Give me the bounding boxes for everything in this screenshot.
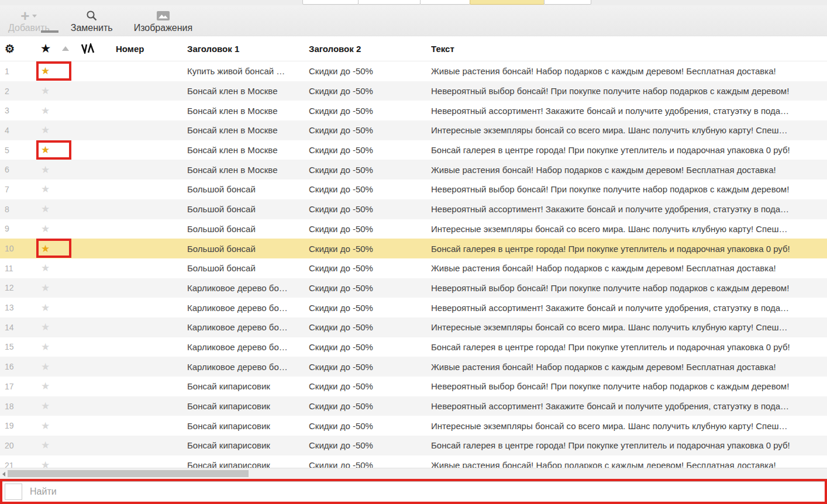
- table-row[interactable]: 1 ★ Купить живой бонсай … Скидки до -50%…: [0, 61, 827, 81]
- cell-headline2: Скидки до -50%: [309, 244, 431, 254]
- cell-text: Невероятный выбор бонсай! При покупке по…: [431, 184, 827, 194]
- tab-1[interactable]: [302, 0, 359, 5]
- table-row[interactable]: 5 ★ Бонсай клен в Москве Скидки до -50% …: [0, 140, 827, 160]
- column-header-text[interactable]: Текст: [431, 44, 827, 54]
- table-row[interactable]: 9 ★ Большой бонсай Скидки до -50% Интере…: [0, 219, 827, 239]
- search-input[interactable]: [22, 482, 825, 502]
- star-icon[interactable]: ★: [36, 440, 50, 450]
- star-cell: ★: [36, 61, 71, 81]
- status-column-icon: [81, 43, 95, 54]
- star-icon[interactable]: ★: [36, 303, 50, 313]
- star-icon[interactable]: ★: [36, 184, 50, 194]
- cell-headline1: Бонсай кипарисовик: [187, 401, 309, 411]
- cell-text: Бонсай галерея в центре города! При поку…: [431, 145, 827, 155]
- images-button[interactable]: Изображения: [134, 9, 193, 36]
- star-icon[interactable]: ★: [36, 244, 50, 254]
- cell-text: Бонсай галерея в центре города! При поку…: [431, 342, 827, 352]
- column-header-headline1[interactable]: Заголовок 1: [187, 44, 309, 54]
- cell-text: Невероятный выбор бонсай! При покупке по…: [431, 283, 827, 293]
- star-icon[interactable]: ★: [36, 204, 50, 214]
- table-row[interactable]: 6 ★ Бонсай клен в Москве Скидки до -50% …: [0, 160, 827, 179]
- cell-headline1: Большой бонсай: [187, 224, 309, 234]
- table-row[interactable]: 14 ★ Карликовое дерево бо… Скидки до -50…: [0, 317, 827, 337]
- star-icon[interactable]: ★: [36, 460, 50, 468]
- star-cell: ★: [36, 239, 71, 258]
- cell-text: Невероятный выбор бонсай! При покупке по…: [431, 381, 827, 391]
- table-row[interactable]: 15 ★ Карликовое дерево бо… Скидки до -50…: [0, 337, 827, 357]
- scroll-left-arrow-icon[interactable]: [2, 472, 5, 477]
- table-row[interactable]: 3 ★ Бонсай клен в Москве Скидки до -50% …: [0, 101, 827, 120]
- star-icon[interactable]: ★: [36, 106, 50, 116]
- gear-icon[interactable]: ⚙: [5, 43, 15, 55]
- cell-headline1: Большой бонсай: [187, 204, 309, 214]
- star-cell: ★: [36, 357, 71, 377]
- row-number: 4: [0, 126, 36, 135]
- table-row[interactable]: 19 ★ Бонсай кипарисовик Скидки до -50% И…: [0, 416, 827, 436]
- sort-direction-up-icon[interactable]: [62, 46, 69, 51]
- table-row[interactable]: 11 ★ Большой бонсай Скидки до -50% Живые…: [0, 258, 827, 278]
- row-number: 18: [0, 402, 36, 411]
- star-cell: ★: [36, 101, 71, 120]
- star-icon[interactable]: ★: [36, 381, 50, 391]
- search-scope-box[interactable]: [5, 484, 22, 500]
- star-icon[interactable]: ★: [36, 421, 50, 431]
- star-icon[interactable]: ★: [36, 224, 50, 234]
- tab-5[interactable]: [544, 0, 591, 5]
- star-icon[interactable]: ★: [36, 86, 50, 96]
- row-number: 13: [0, 303, 36, 312]
- cell-text: Живые растения бонсай! Набор подарков с …: [431, 263, 827, 273]
- cell-headline2: Скидки до -50%: [309, 362, 431, 372]
- star-icon[interactable]: ★: [36, 362, 50, 372]
- star-cell: ★: [36, 160, 71, 179]
- table-row[interactable]: 16 ★ Карликовое дерево бо… Скидки до -50…: [0, 357, 827, 377]
- table-row[interactable]: 18 ★ Бонсай кипарисовик Скидки до -50% Н…: [0, 396, 827, 416]
- scrollbar-thumb[interactable]: [8, 470, 249, 477]
- tab-3[interactable]: [420, 0, 470, 5]
- cell-headline1: Карликовое дерево бо…: [187, 362, 309, 372]
- replace-button[interactable]: Заменить: [71, 9, 113, 36]
- horizontal-scrollbar[interactable]: [0, 468, 827, 479]
- row-number: 19: [0, 421, 36, 430]
- star-icon[interactable]: ★: [36, 66, 50, 76]
- cell-headline2: Скидки до -50%: [309, 263, 431, 273]
- table-row[interactable]: 20 ★ Бонсай кипарисовик Скидки до -50% Б…: [0, 436, 827, 455]
- cell-headline1: Карликовое дерево бо…: [187, 303, 309, 313]
- star-icon[interactable]: ★: [36, 342, 50, 352]
- cell-headline1: Карликовое дерево бо…: [187, 342, 309, 352]
- table-row[interactable]: 7 ★ Большой бонсай Скидки до -50% Неверо…: [0, 179, 827, 199]
- table-row[interactable]: 4 ★ Бонсай клен в Москве Скидки до -50% …: [0, 120, 827, 140]
- star-cell: ★: [36, 298, 71, 317]
- cell-headline2: Скидки до -50%: [309, 224, 431, 234]
- tab-2[interactable]: [358, 0, 421, 5]
- star-icon[interactable]: ★: [36, 145, 50, 155]
- cell-text: Бонсай галерея в центре города! При поку…: [431, 440, 827, 450]
- star-icon[interactable]: ★: [36, 125, 50, 135]
- cell-headline1: Бонсай клен в Москве: [187, 125, 309, 135]
- cell-text: Невероятный ассортимент! Закажите бонсай…: [431, 401, 827, 411]
- table-row[interactable]: 13 ★ Карликовое дерево бо… Скидки до -50…: [0, 298, 827, 317]
- star-icon[interactable]: ★: [36, 283, 50, 293]
- column-header-status[interactable]: [71, 43, 116, 54]
- star-icon[interactable]: ★: [36, 401, 50, 411]
- image-icon: [156, 9, 170, 22]
- tab-4-active[interactable]: [470, 0, 545, 5]
- table-row[interactable]: 10 ★ Большой бонсай Скидки до -50% Бонса…: [0, 239, 827, 258]
- cell-text: Интересные экземпляры бонсай со всего ми…: [431, 421, 827, 431]
- row-number: 1: [0, 67, 36, 76]
- column-header-headline2[interactable]: Заголовок 2: [309, 44, 431, 54]
- star-icon[interactable]: ★: [36, 165, 50, 175]
- table-row[interactable]: 12 ★ Карликовое дерево бо… Скидки до -50…: [0, 278, 827, 298]
- star-icon[interactable]: ★: [36, 322, 50, 332]
- table-row[interactable]: 2 ★ Бонсай клен в Москве Скидки до -50% …: [0, 81, 827, 101]
- table-row[interactable]: 21 ★ Бонсай кипарисовик Скидки до -50% Ж…: [0, 455, 827, 468]
- column-header-number[interactable]: Номер: [116, 44, 187, 54]
- column-settings-cell: ⚙: [0, 42, 36, 56]
- star-cell: ★: [36, 377, 71, 396]
- star-icon[interactable]: ★: [36, 263, 50, 273]
- table-row[interactable]: 8 ★ Большой бонсай Скидки до -50% Неверо…: [0, 199, 827, 219]
- table-row[interactable]: 17 ★ Бонсай кипарисовик Скидки до -50% Н…: [0, 377, 827, 396]
- cell-headline1: Бонсай клен в Москве: [187, 145, 309, 155]
- search-bar: [2, 481, 825, 502]
- column-header-star[interactable]: ★: [36, 36, 71, 61]
- cell-headline2: Скидки до -50%: [309, 165, 431, 175]
